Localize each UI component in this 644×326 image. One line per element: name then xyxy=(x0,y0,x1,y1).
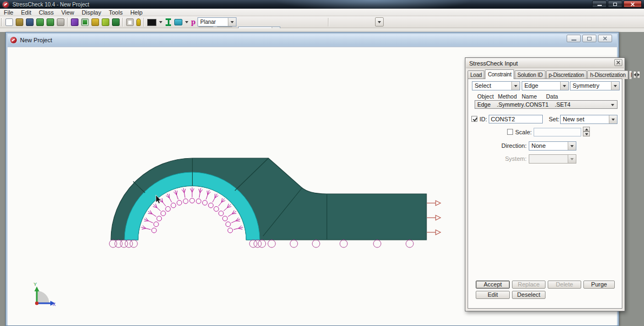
minimize-icon xyxy=(597,5,602,6)
chevron-up-icon xyxy=(585,128,588,131)
dialog-titlebar[interactable]: StressCheck Input xyxy=(466,58,624,68)
layers-icon[interactable] xyxy=(174,19,182,25)
replace-button[interactable]: Replace xyxy=(512,281,546,289)
tab-solution-id[interactable]: Solution ID xyxy=(515,70,546,79)
system-combo[interactable] xyxy=(529,154,576,164)
chevron-down-icon[interactable] xyxy=(560,82,568,90)
chevron-down-icon[interactable] xyxy=(228,18,236,26)
record-method: .Symmetry xyxy=(497,101,524,108)
tab-partial[interactable]: I xyxy=(629,70,632,79)
close-button[interactable] xyxy=(623,1,642,8)
dialog-close-button[interactable] xyxy=(614,59,622,66)
delete-button[interactable]: Delete xyxy=(548,281,581,289)
menu-edit[interactable]: Edit xyxy=(17,9,35,16)
stresscheck-input-dialog: StressCheck Input Load Constraint Soluti… xyxy=(465,57,625,311)
application-window: StressCheck 10.4 - New Project File Edit… xyxy=(0,0,644,326)
open-folder-icon[interactable] xyxy=(16,18,23,26)
id-input[interactable]: CONST2 xyxy=(489,115,543,123)
chevron-down-icon[interactable] xyxy=(511,82,520,90)
accept-button[interactable]: Accept xyxy=(476,281,510,289)
close-icon xyxy=(603,36,607,41)
menu-tools[interactable]: Tools xyxy=(105,9,127,16)
tab-h-discretization[interactable]: h-Discretization xyxy=(587,70,628,79)
purge-button[interactable]: Purge xyxy=(583,281,615,289)
child-minimize-button[interactable] xyxy=(567,35,581,42)
direction-label: Direction: xyxy=(491,142,527,149)
column-header-method: Method xyxy=(498,93,517,100)
chevron-down-icon[interactable] xyxy=(568,155,576,163)
layers-dropdown-icon[interactable] xyxy=(185,21,188,23)
deselect-button[interactable]: Deselect xyxy=(512,291,546,299)
object-type-combo[interactable]: Edge xyxy=(522,81,569,90)
toolbar-separator xyxy=(328,18,329,27)
key-icon[interactable] xyxy=(136,18,141,26)
restore-icon xyxy=(613,3,617,6)
text-tool-icon[interactable] xyxy=(165,18,172,26)
toolbar: p Planar Elasticity Other LUGANDBUSHING xyxy=(0,16,644,28)
tab-scroll-left-button[interactable] xyxy=(633,71,636,79)
minimize-icon xyxy=(571,40,576,41)
notes-icon[interactable] xyxy=(91,18,99,26)
dialog-tabs: Load Constraint Solution ID p-Discretiza… xyxy=(468,69,622,79)
mesh-view-icon[interactable] xyxy=(81,18,89,26)
formulation-combo[interactable]: Planar xyxy=(198,17,236,27)
spinner-down-button[interactable] xyxy=(583,132,590,136)
model-name-dropdown-button[interactable] xyxy=(375,17,384,27)
minimize-button[interactable] xyxy=(592,1,607,8)
scale-input[interactable] xyxy=(534,128,581,136)
menubar: File Edit Class View Display Tools Help xyxy=(0,9,644,16)
chevron-down-icon[interactable] xyxy=(609,115,617,123)
child-close-button[interactable] xyxy=(598,35,612,42)
chevron-right-icon xyxy=(638,73,640,76)
results-icon[interactable] xyxy=(102,18,109,26)
close-icon xyxy=(630,2,635,6)
chevron-down-icon[interactable] xyxy=(568,142,576,150)
id-checkbox[interactable] xyxy=(471,116,477,122)
tab-constraint[interactable]: Constraint xyxy=(485,69,514,79)
column-header-name: Name xyxy=(522,93,537,100)
restore-button[interactable] xyxy=(608,1,622,8)
column-header-object: Object xyxy=(477,93,494,100)
menu-view[interactable]: View xyxy=(57,9,78,16)
menu-display[interactable]: Display xyxy=(78,9,105,16)
set-combo[interactable]: New set xyxy=(560,115,617,124)
chevron-down-icon[interactable] xyxy=(611,104,614,106)
spinner-up-button[interactable] xyxy=(583,127,590,132)
report-book-icon[interactable] xyxy=(112,18,120,26)
p-order-icon[interactable]: p xyxy=(191,18,195,26)
print-icon[interactable] xyxy=(57,18,64,26)
menu-help[interactable]: Help xyxy=(127,9,147,16)
clipboard-icon[interactable] xyxy=(126,18,134,26)
record-object: Edge xyxy=(477,101,497,108)
constraint-record-combo[interactable]: Edge .Symmetry .CONST1 .SET4 xyxy=(475,100,617,109)
chevron-down-icon xyxy=(378,21,381,23)
record-name: .CONST1 xyxy=(524,101,555,108)
save-icon[interactable] xyxy=(26,18,34,26)
import-icon[interactable] xyxy=(36,18,44,26)
edit-button[interactable]: Edit xyxy=(476,291,510,299)
scale-label: Scale: xyxy=(515,129,532,135)
close-icon xyxy=(616,61,620,64)
color-swatch-icon[interactable] xyxy=(147,19,156,26)
direction-combo[interactable]: None xyxy=(529,141,576,151)
export-icon[interactable] xyxy=(47,18,54,26)
method-combo[interactable]: Symmetry xyxy=(570,81,620,90)
id-label: ID: xyxy=(479,116,487,122)
child-titlebar: New Project xyxy=(8,34,617,46)
menu-file[interactable]: File xyxy=(0,9,17,16)
tab-scroll-right-button[interactable] xyxy=(637,71,640,79)
child-restore-button[interactable] xyxy=(582,35,596,42)
chevron-down-icon[interactable] xyxy=(611,82,619,90)
toolbar-separator xyxy=(67,18,68,27)
chevron-left-icon xyxy=(634,73,636,76)
menu-class[interactable]: Class xyxy=(35,9,58,16)
select-mode-combo[interactable]: Select xyxy=(472,81,520,90)
tab-load[interactable]: Load xyxy=(468,70,484,79)
tab-p-discretization[interactable]: p-Discretization xyxy=(546,70,587,79)
scale-spinner xyxy=(583,127,590,136)
new-file-icon[interactable] xyxy=(5,18,13,26)
restore-icon xyxy=(587,37,592,41)
color-dropdown-icon[interactable] xyxy=(159,21,162,23)
model-cube-icon[interactable] xyxy=(71,18,78,26)
scale-checkbox[interactable] xyxy=(507,129,513,135)
